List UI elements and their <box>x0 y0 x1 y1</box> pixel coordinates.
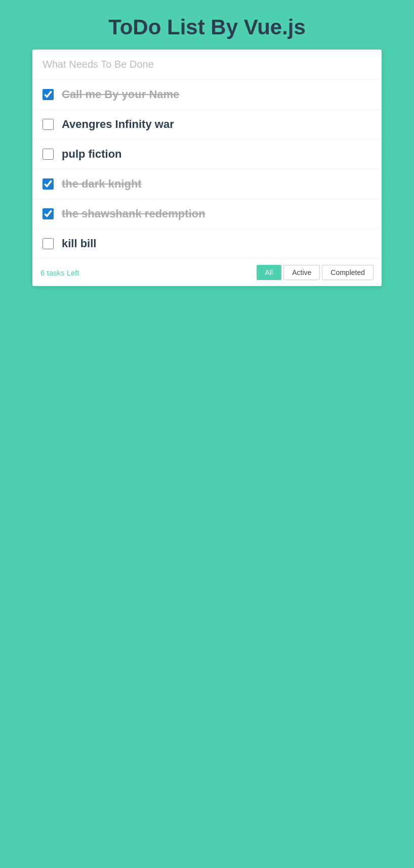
list-item: Call me By your Name <box>32 80 382 110</box>
filter-active-button[interactable]: Active <box>283 265 320 280</box>
list-item: kill bill <box>32 229 382 258</box>
todo-footer: 6 tasks Left All Active Completed <box>32 258 382 286</box>
page-title: ToDo List By Vue.js <box>0 0 414 50</box>
task-checkbox-6[interactable] <box>43 238 54 249</box>
task-label-6: kill bill <box>62 237 96 250</box>
list-item: the shawshank redemption <box>32 199 382 229</box>
task-label-3: pulp fiction <box>62 148 122 161</box>
tasks-left: 6 tasks Left <box>40 268 79 277</box>
task-label-2: Avengres Infinity war <box>62 118 174 131</box>
todo-container: Call me By your NameAvengres Infinity wa… <box>32 50 382 286</box>
filter-buttons: All Active Completed <box>257 265 374 280</box>
filter-completed-button[interactable]: Completed <box>322 265 374 280</box>
task-label-1: Call me By your Name <box>62 88 179 101</box>
task-checkbox-2[interactable] <box>43 119 54 130</box>
list-item: pulp fiction <box>32 140 382 169</box>
list-item: Avengres Infinity war <box>32 110 382 140</box>
filter-all-button[interactable]: All <box>257 265 282 280</box>
todo-list: Call me By your NameAvengres Infinity wa… <box>32 80 382 258</box>
task-label-4: the dark knight <box>62 177 142 191</box>
task-checkbox-5[interactable] <box>43 208 54 219</box>
task-checkbox-1[interactable] <box>43 89 54 100</box>
task-label-5: the shawshank redemption <box>62 207 205 220</box>
todo-input[interactable] <box>32 50 382 80</box>
list-item: the dark knight <box>32 169 382 199</box>
task-checkbox-4[interactable] <box>43 178 54 190</box>
task-checkbox-3[interactable] <box>43 149 54 160</box>
